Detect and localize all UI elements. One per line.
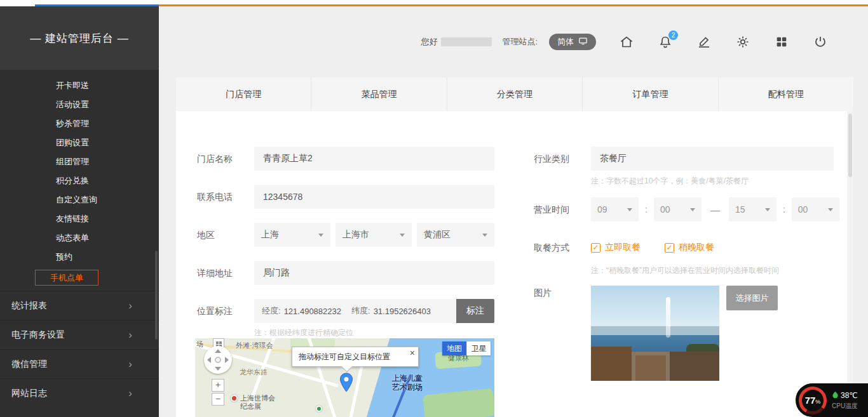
cpu-temp-block: 38℃ CPU温度 bbox=[832, 390, 858, 411]
industry-label: 行业类别 bbox=[534, 147, 569, 171]
notification-badge: 2 bbox=[668, 30, 678, 40]
content-scrollbar-thumb[interactable] bbox=[848, 114, 852, 177]
caret-down-icon bbox=[765, 208, 770, 211]
close-icon[interactable]: × bbox=[410, 348, 415, 357]
map-zoom-control: + − bbox=[212, 379, 224, 406]
map-label-expo: 上海世博会纪念展 bbox=[231, 394, 285, 411]
pan-down-icon[interactable] bbox=[215, 367, 221, 371]
photo-skyline bbox=[591, 326, 719, 335]
cpu-temp-label: CPU温度 bbox=[832, 402, 858, 411]
zoom-in-button[interactable]: + bbox=[212, 379, 224, 392]
sidebar-section-logs[interactable]: 网站日志 › bbox=[0, 378, 159, 407]
store-edit-form: 门店名称 联系电话 地区 上海 上海市 黄浦区 详细地址 位置标注 经度: 12… bbox=[176, 111, 847, 417]
leaf-icon bbox=[832, 390, 839, 400]
pickup-checkbox-later[interactable]: ✓ 稍晚取餐 bbox=[665, 242, 714, 253]
cpu-usage-ring: 77% bbox=[799, 387, 827, 414]
content-scrollbar[interactable] bbox=[847, 111, 853, 417]
language-label: 简体 bbox=[557, 36, 574, 48]
notifications-bell-icon[interactable]: 2 bbox=[657, 34, 674, 50]
pickup-options: ✓ 立即取餐 ✓ 稍晚取餐 bbox=[591, 242, 714, 253]
sidebar-menu: 开卡即送 活动设置 秒杀管理 团购设置 组团管理 积分兑换 自定义查询 友情链接… bbox=[0, 70, 159, 286]
drag-marker-tooltip: 拖动标注可自定义目标位置 × bbox=[292, 347, 419, 367]
pan-up-icon[interactable] bbox=[215, 349, 221, 353]
photo-building bbox=[591, 347, 632, 381]
city-select[interactable]: 上海市 bbox=[336, 223, 412, 247]
map-type-switcher: 地图 卫星 bbox=[442, 341, 491, 355]
industry-input[interactable] bbox=[591, 147, 834, 171]
mark-location-button[interactable]: 标注 bbox=[456, 299, 494, 323]
address-input[interactable] bbox=[254, 261, 494, 285]
username-redacted bbox=[441, 37, 492, 46]
location-label: 位置标注 bbox=[197, 299, 233, 323]
longitude-value: 121.490882232 bbox=[284, 307, 341, 316]
sidebar-sections: 统计报表 › 电子商务设置 › 微信管理 › 网站日志 › bbox=[0, 291, 159, 407]
sidebar-item-groupbuy[interactable]: 团购设置 bbox=[0, 133, 159, 152]
sidebar-section-statistics[interactable]: 统计报表 › bbox=[0, 291, 159, 320]
start-hour-select[interactable]: 09 bbox=[591, 197, 639, 222]
location-note: 注：根据经纬度进行精确定位 bbox=[254, 328, 353, 338]
pan-left-icon[interactable] bbox=[207, 357, 211, 363]
tab-ingredient-management[interactable]: 配料管理 bbox=[719, 77, 853, 111]
tab-dish-management[interactable]: 菜品管理 bbox=[311, 77, 447, 111]
photo-building bbox=[670, 352, 719, 381]
end-hour-select[interactable]: 15 bbox=[729, 197, 776, 222]
sidebar-section-ecommerce[interactable]: 电子商务设置 › bbox=[0, 320, 159, 349]
sidebar-item-mobile-order-active[interactable]: 手机点单 bbox=[35, 270, 98, 286]
image-label: 图片 bbox=[534, 286, 552, 299]
poi-green-icon bbox=[316, 406, 322, 412]
tooltip-pointer bbox=[342, 362, 353, 373]
zoom-out-button[interactable]: − bbox=[212, 393, 224, 406]
sidebar-item-points[interactable]: 积分兑换 bbox=[0, 171, 159, 190]
map-type-map-button[interactable]: 地图 bbox=[442, 341, 466, 355]
section-label: 微信管理 bbox=[11, 359, 47, 370]
checkbox-checked-icon[interactable]: ✓ bbox=[591, 243, 600, 253]
map-type-satellite-button[interactable]: 卫星 bbox=[466, 341, 491, 355]
industry-note: 注：字数不超过10个字，例：美食/粤菜/茶餐厅 bbox=[591, 176, 749, 187]
phone-input[interactable] bbox=[254, 185, 494, 209]
settings-gear-icon[interactable] bbox=[735, 34, 751, 50]
edit-icon[interactable] bbox=[696, 34, 712, 50]
pickup-option-label: 立即取餐 bbox=[605, 242, 641, 253]
section-label: 统计报表 bbox=[11, 300, 47, 312]
power-logout-icon[interactable] bbox=[812, 34, 829, 50]
choose-image-button[interactable]: 选择图片 bbox=[726, 286, 778, 310]
pan-right-icon[interactable] bbox=[225, 357, 229, 363]
photo-building bbox=[635, 355, 666, 381]
caret-down-icon bbox=[627, 208, 632, 211]
sidebar-section-wechat[interactable]: 微信管理 › bbox=[0, 349, 159, 378]
caret-down-icon bbox=[690, 208, 695, 211]
section-label: 网站日志 bbox=[11, 388, 47, 399]
checkbox-checked-icon[interactable]: ✓ bbox=[665, 243, 674, 253]
tab-category-management[interactable]: 分类管理 bbox=[447, 77, 583, 111]
business-hours-row: 09 : 00 — 15 : 00 bbox=[591, 197, 839, 222]
home-icon[interactable] bbox=[618, 34, 635, 50]
sidebar-item-card-gift[interactable]: 开卡即送 bbox=[0, 76, 159, 95]
chevron-right-icon: › bbox=[128, 300, 132, 312]
apps-grid-icon[interactable] bbox=[773, 34, 790, 50]
photo-fountain bbox=[666, 297, 670, 338]
sidebar-item-activity[interactable]: 活动设置 bbox=[0, 95, 159, 114]
map-canvas[interactable]: 场 外滩·湾璟会 龙华东路 上海世博会纪念展 上海儿童艺术剧场 健康林 + bbox=[195, 338, 494, 417]
coordinates-field[interactable]: 经度: 121.490882232 纬度: 31.1952626403 标注 bbox=[254, 299, 494, 323]
start-minute-select[interactable]: 00 bbox=[654, 197, 702, 222]
pickup-checkbox-immediate[interactable]: ✓ 立即取餐 bbox=[591, 242, 641, 253]
language-switch-button[interactable]: 简体 bbox=[549, 34, 596, 50]
sidebar-item-custom-query[interactable]: 自定义查询 bbox=[0, 190, 159, 209]
map-marker-pin[interactable] bbox=[339, 373, 354, 395]
pan-center-icon[interactable] bbox=[215, 357, 221, 363]
sidebar-item-links[interactable]: 友情链接 bbox=[0, 209, 159, 228]
sidebar-item-dynamic-form[interactable]: 动态表单 bbox=[0, 228, 159, 248]
tab-store-management[interactable]: 门店管理 bbox=[176, 77, 311, 111]
monitor-icon bbox=[578, 36, 588, 48]
sidebar-item-booking[interactable]: 预约 bbox=[0, 248, 159, 267]
sidebar-item-teambuy[interactable]: 组团管理 bbox=[0, 152, 159, 171]
sidebar-item-seckill[interactable]: 秒杀管理 bbox=[0, 114, 159, 133]
end-minute-select[interactable]: 00 bbox=[792, 197, 839, 222]
sidebar-scrollbar-thumb[interactable] bbox=[155, 251, 158, 340]
district-select[interactable]: 黄浦区 bbox=[417, 223, 494, 247]
province-select[interactable]: 上海 bbox=[254, 223, 330, 247]
tab-order-management[interactable]: 订单管理 bbox=[583, 77, 718, 111]
store-name-input[interactable] bbox=[254, 147, 494, 171]
map-pan-control[interactable] bbox=[204, 346, 232, 374]
map-label-waitan: 外滩·湾璟会 bbox=[236, 341, 273, 350]
